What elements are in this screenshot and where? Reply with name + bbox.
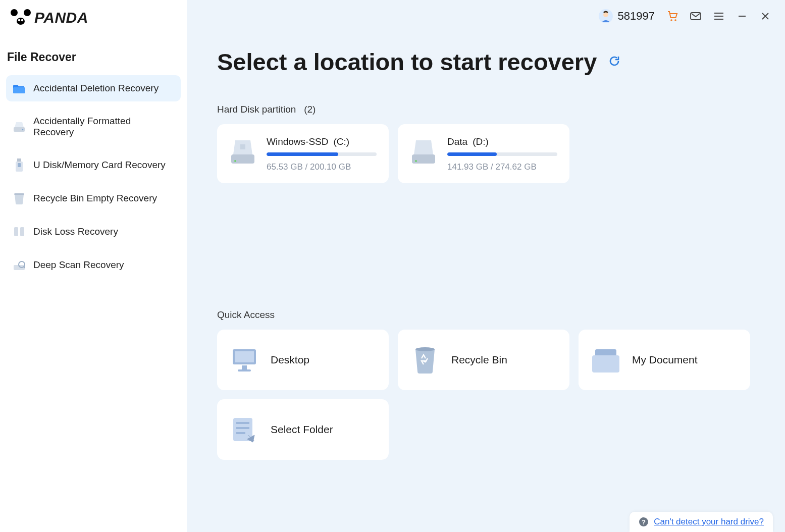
menu-button[interactable] (713, 11, 724, 22)
svg-rect-28 (231, 154, 254, 164)
user-id: 581997 (618, 10, 655, 23)
svg-rect-35 (242, 365, 247, 369)
app-logo: PANDA (10, 9, 181, 26)
recyclebin-icon (411, 346, 439, 374)
svg-point-1 (24, 9, 31, 16)
partition-card-d[interactable]: Data (D:) 141.93 GB / 274.62 GB (398, 124, 569, 183)
refresh-button[interactable] (608, 55, 621, 70)
deepscan-icon (13, 259, 25, 271)
partitions-label: Hard Disk partition (2) (217, 104, 755, 115)
svg-rect-41 (236, 422, 249, 424)
svg-rect-39 (592, 355, 619, 373)
sidebar-item-formatted[interactable]: Accidentally Formatted Recovery (6, 109, 181, 145)
partition-size: 65.53 GB / 200.10 GB (267, 162, 377, 172)
svg-point-4 (21, 19, 23, 21)
partition-letter: (D:) (473, 136, 489, 147)
svg-rect-31 (412, 154, 435, 164)
partition-size: 141.93 GB / 274.62 GB (447, 162, 557, 172)
sidebar-title: File Recover (7, 50, 181, 64)
folder-icon (13, 82, 25, 94)
avatar-icon (599, 9, 613, 23)
svg-point-0 (11, 9, 18, 16)
quick-access-grid: Desktop Recycle Bin My Document Select F… (217, 330, 755, 460)
svg-rect-43 (236, 432, 245, 434)
help-pill[interactable]: ? Can't detect your hard drive? (630, 512, 773, 532)
svg-point-7 (22, 129, 24, 131)
partition-info: Windows-SSD (C:) 65.53 GB / 200.10 GB (267, 136, 377, 172)
svg-rect-8 (17, 158, 21, 162)
close-button[interactable] (760, 11, 771, 22)
page-title-row: Select a location to start recovery (217, 48, 755, 76)
sidebar-item-label: Accidental Deletion Recovery (33, 83, 159, 94)
desktop-icon (230, 346, 258, 374)
svg-rect-10 (18, 163, 21, 167)
cart-icon (667, 11, 678, 22)
help-icon: ? (639, 517, 649, 527)
cart-button[interactable] (667, 11, 678, 22)
hdd-icon (228, 136, 257, 166)
svg-rect-11 (14, 193, 24, 195)
usage-bar (267, 152, 377, 156)
svg-text:?: ? (642, 518, 646, 526)
svg-point-37 (415, 347, 435, 351)
partition-card-c[interactable]: Windows-SSD (C:) 65.53 GB / 200.10 GB (217, 124, 389, 183)
sidebar-item-label: Disk Loss Recovery (33, 226, 118, 237)
selectfolder-icon (230, 415, 258, 444)
refresh-icon (608, 55, 621, 68)
usage-fill (267, 152, 338, 156)
quick-selectfolder[interactable]: Select Folder (217, 399, 389, 460)
usb-icon (13, 159, 25, 171)
sidebar-item-recyclebin[interactable]: Recycle Bin Empty Recovery (6, 185, 181, 211)
svg-rect-34 (235, 351, 254, 362)
minimize-button[interactable] (737, 11, 748, 22)
mail-button[interactable] (690, 11, 701, 22)
quick-desktop[interactable]: Desktop (217, 330, 389, 390)
panda-logo-icon (10, 9, 31, 26)
quick-label: Desktop (271, 354, 309, 366)
svg-point-3 (18, 19, 20, 21)
main-panel: 581997 Select a location to start recove… (187, 0, 785, 532)
svg-point-32 (415, 160, 417, 162)
partition-info: Data (D:) 141.93 GB / 274.62 GB (447, 136, 557, 172)
sidebar-item-label: U Disk/Memory Card Recovery (33, 159, 166, 171)
mail-icon (690, 11, 701, 21)
svg-rect-42 (236, 427, 249, 429)
sidebar-item-diskloss[interactable]: Disk Loss Recovery (6, 219, 181, 245)
sidebar-item-label: Deep Scan Recovery (33, 259, 124, 271)
svg-point-30 (234, 160, 236, 162)
partitions-grid: Windows-SSD (C:) 65.53 GB / 200.10 GB Da… (217, 124, 755, 183)
sidebar-item-label: Recycle Bin Empty Recovery (33, 193, 157, 204)
bin-icon (13, 192, 25, 204)
sidebar-item-accidental-deletion[interactable]: Accidental Deletion Recovery (6, 75, 181, 101)
svg-rect-5 (13, 87, 25, 93)
logo-text: PANDA (34, 9, 88, 26)
svg-rect-12 (14, 227, 18, 236)
page-title: Select a location to start recovery (217, 48, 597, 76)
quick-access-label: Quick Access (217, 309, 755, 321)
quick-mydocument[interactable]: My Document (579, 330, 750, 390)
sidebar-item-deepscan[interactable]: Deep Scan Recovery (6, 252, 181, 278)
hdd-icon (409, 136, 438, 166)
svg-point-19 (670, 19, 672, 21)
quick-label: Select Folder (271, 423, 333, 436)
partition-name: Data (447, 136, 467, 147)
titlebar: 581997 (585, 0, 785, 32)
document-icon (592, 346, 620, 374)
user-badge[interactable]: 581997 (599, 9, 655, 23)
svg-point-20 (674, 19, 676, 21)
drive-icon (13, 121, 25, 133)
quick-label: My Document (632, 354, 698, 366)
help-link[interactable]: Can't detect your hard drive? (654, 517, 764, 527)
usage-bar (447, 152, 557, 156)
quick-recyclebin[interactable]: Recycle Bin (398, 330, 569, 390)
partition-name: Windows-SSD (267, 136, 328, 147)
sidebar-item-udisk[interactable]: U Disk/Memory Card Recovery (6, 152, 181, 178)
close-icon (761, 12, 770, 21)
partition-letter: (C:) (333, 136, 349, 147)
svg-rect-29 (240, 144, 245, 149)
minimize-icon (738, 12, 747, 21)
svg-point-2 (17, 18, 25, 25)
svg-rect-36 (238, 369, 251, 371)
diskloss-icon (13, 226, 25, 238)
sidebar: PANDA File Recover Accidental Deletion R… (0, 0, 187, 532)
